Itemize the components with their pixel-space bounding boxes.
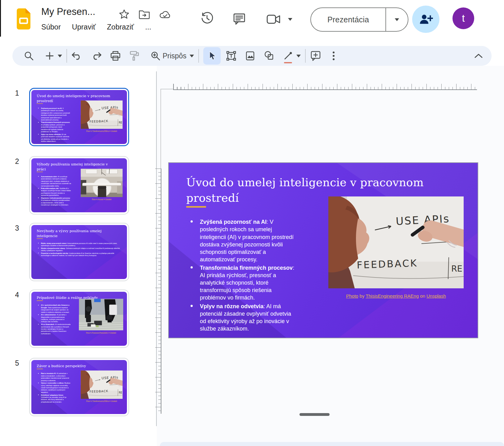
bullet-item: Automatizácia úloh: AI umožňuje automati… [38,175,71,187]
slide-title-textbox[interactable]: Nevýhody a výzvy používania umelejinteli… [37,229,119,238]
redo-button[interactable] [91,51,102,61]
move-to-folder-icon[interactable] [138,9,150,20]
version-history-icon[interactable] [200,11,214,25]
line-tool[interactable] [283,51,293,61]
paint-format-icon[interactable] [129,50,140,61]
menu-subor[interactable]: Súbor [41,23,61,31]
slide-photo[interactable]: USE APIs FEEDBACK RE Photo by ThisisEngi… [81,370,123,402]
slide-photo[interactable]: USE APIs FEEDBACK RE Photo by ThisisEngi… [328,196,464,299]
zoom-in-icon[interactable] [150,51,161,61]
slides-logo-icon[interactable] [16,8,32,30]
title-accent-bar [37,238,43,239]
bullet-text: Vplyv na rôzne odvetvia: AI má potenciál… [200,303,298,332]
slide-thumbnail-4[interactable]: Prípadové štúdie a reálne príkladyAI v s… [29,290,129,348]
credit-link[interactable]: Unsplash [111,400,117,402]
zoom-level-select[interactable]: Prispôs [163,52,187,60]
slide-body-textbox[interactable]: Zvýšená pozornosť na AI: V posledných ro… [38,107,71,142]
bullet-dot [38,187,41,196]
line-dropdown-caret[interactable] [296,55,301,57]
credit-link[interactable]: Photo [86,332,90,333]
bullet-item: Dôležitosť adaptácie firiem: Vzhľadom na… [38,394,71,403]
comments-icon[interactable] [233,12,246,25]
slide-thumbnail-3[interactable]: Nevýhody a výzvy používania umelejinteli… [29,223,129,281]
bullet-item: Finančné a technologické nároky: Impleme… [38,252,120,257]
slide-thumbnail-2[interactable]: Výhody používania umelej inteligencie vp… [29,156,129,214]
document-title[interactable]: My Presen... [41,6,95,17]
robot-arms-photo [79,299,123,330]
slide[interactable]: Nevýhody a výzvy používania umelejinteli… [31,225,127,279]
shape-tool[interactable] [263,50,275,61]
credit-link[interactable]: Photo [92,199,96,200]
select-tool-button[interactable] [203,47,221,65]
slide-photo[interactable]: Photo by Possessed Photography on Unspla… [79,299,123,333]
credit-link[interactable]: Unsplash [426,293,446,299]
slide-body-textbox[interactable]: Zvýšená pozornosť na AI: V posledných ro… [191,218,298,332]
menu-overflow[interactable]: ... [145,23,151,31]
meet-camera-icon[interactable] [266,14,281,25]
title-accent-bar [37,172,43,172]
credit-link[interactable]: Unsplash [111,130,117,132]
credit-link[interactable]: Photo [86,400,90,402]
slide-body-textbox[interactable]: Riziko straty pracovných miest: Automati… [38,242,120,257]
bullet-dot [38,175,41,187]
present-options-button[interactable] [386,18,408,21]
slide[interactable]: Záver a budúce perspektívyRast a inováci… [31,360,127,414]
bullet-text: Pokročilá analýza dát: Využitie AI v ana… [41,187,71,196]
svg-text:FEEDBACK: FEEDBACK [89,119,108,123]
slide-photo[interactable]: Photo by Accuray on Unsplash [81,169,123,200]
slide[interactable]: Prípadové štúdie a reálne príkladyAI v s… [31,292,127,346]
slide-body-textbox[interactable]: Rast a inovácie AI: AI pokračuje v raste… [38,372,71,403]
current-slide-canvas[interactable]: Úvod do umelej inteligencie v pracovnomp… [168,162,478,338]
credit-link[interactable]: Unsplash [106,199,111,200]
print-button[interactable] [110,50,121,61]
bullet-dot [38,121,41,133]
slide-thumbnail-1-selected[interactable]: Úvod do umelej inteligencie v pracovnomp… [29,88,129,146]
ruler-corner [160,89,174,89]
more-options-icon[interactable] [332,51,335,61]
star-icon[interactable] [119,9,130,20]
slide[interactable]: Úvod do umelej inteligencie v pracovnomp… [31,90,127,144]
menu-zobrazit[interactable]: Zobraziť [107,23,134,31]
insert-comment-tool[interactable] [310,50,321,61]
camera-dropdown-caret[interactable] [288,18,292,21]
slide-photo[interactable]: USE APIs FEEDBACK RE Photo by ThisisEngi… [81,100,123,132]
insert-image-tool[interactable] [245,51,255,61]
credit-link[interactable]: ThisisEngineering RAEng [92,130,109,132]
account-avatar[interactable]: t [452,7,474,29]
hide-menus-chevron-icon[interactable] [474,53,484,59]
credit-link[interactable]: Photo [86,130,90,132]
slide-body-textbox[interactable]: AI v spoločnostiach ako Amazon a Google:… [38,304,71,335]
new-slide-button[interactable] [45,51,55,61]
photo-credit: Photo by Possessed Photography on Unspla… [79,332,123,333]
slide-title-textbox[interactable]: Záver a budúce perspektívy [37,364,119,368]
horizontal-ruler [173,84,477,90]
search-menus-icon[interactable] [24,51,34,61]
menu-upravit[interactable]: Upraviť [72,23,96,31]
present-button[interactable]: Prezentácia [311,15,385,24]
speaker-notes-bar[interactable] [160,442,504,446]
credit-link[interactable]: Accuray [98,199,103,200]
credit-link[interactable]: Unsplash [110,332,116,333]
slide-body-textbox[interactable]: Automatizácia úloh: AI umožňuje automati… [38,175,71,206]
bullet-item: Transformácia firemných procesov: AI pri… [191,264,298,302]
undo-button[interactable] [71,51,83,61]
window-edge [0,0,1,37]
cloud-saved-icon[interactable] [159,9,171,19]
photo-frame: USE APIs FEEDBACK RE [81,370,123,399]
credit-link[interactable]: Possessed Photography [92,332,108,333]
zoom-dropdown-caret[interactable] [190,55,194,57]
credit-link[interactable]: ThisisEngineering RAEng [366,293,419,299]
bullet-text: Výzvy v rovnováhe s etikou: Budúce výzvy… [41,382,71,394]
slide[interactable]: Výhody používania umelej inteligencie vp… [31,158,127,212]
slide-number: 5 [12,359,22,367]
slide[interactable]: Úvod do umelej inteligencie v pracovnomp… [169,163,478,338]
slide-thumbnail-5[interactable]: Záver a budúce perspektívyRast a inováci… [29,358,129,416]
credit-link[interactable]: Photo [346,293,358,299]
notes-resize-handle[interactable] [299,413,330,416]
new-slide-dropdown-caret[interactable] [58,55,62,57]
credit-link[interactable]: ThisisEngineering RAEng [92,400,109,402]
text-box-tool[interactable] [226,50,237,61]
ruler-corner [160,89,161,169]
bullet-item: Rast a inovácie AI: AI pokračuje v raste… [38,372,71,382]
share-button[interactable] [412,6,439,33]
